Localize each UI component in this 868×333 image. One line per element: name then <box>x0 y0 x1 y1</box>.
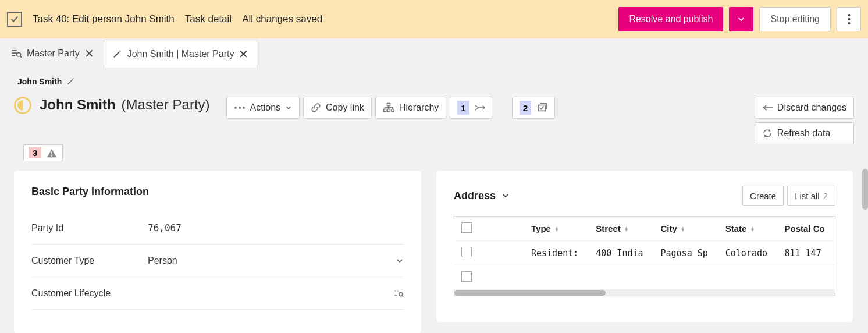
resolve-publish-dropdown[interactable] <box>729 7 753 31</box>
stop-editing-button[interactable]: Stop editing <box>759 7 831 31</box>
col-state[interactable]: State▲▼ <box>718 217 778 241</box>
search-list-icon <box>10 48 22 59</box>
table-row[interactable] <box>454 265 835 290</box>
party-status-icon <box>14 97 31 114</box>
list-all-label: List all <box>795 191 820 201</box>
col-type[interactable]: Type▲▼ <box>524 217 589 241</box>
kebab-icon <box>848 13 851 25</box>
more-menu-button[interactable] <box>837 7 861 31</box>
hierarchy-button[interactable]: Hierarchy <box>375 97 446 119</box>
field-value[interactable]: Person <box>148 256 396 266</box>
pencil-icon[interactable] <box>66 77 76 86</box>
dots-icon <box>234 106 246 109</box>
tab-john-smith[interactable]: John Smith | Master Party ✕ <box>104 40 258 68</box>
cell-postal: 811 147 <box>777 241 835 265</box>
warning-icon <box>46 148 58 158</box>
field-party-id: Party Id 76,067 <box>31 212 404 245</box>
svg-rect-24 <box>394 290 399 291</box>
merge-arrow-icon <box>474 104 485 112</box>
close-icon[interactable]: ✕ <box>84 48 94 59</box>
page-title: John Smith <box>40 97 116 112</box>
scrollbar-thumb[interactable] <box>454 290 606 296</box>
select-all-checkbox[interactable] <box>461 222 472 233</box>
close-icon[interactable]: ✕ <box>239 48 248 60</box>
table-row[interactable]: Resident: 400 India Pagosa Sp Colorado 8… <box>454 241 835 265</box>
svg-point-0 <box>848 14 850 16</box>
field-value[interactable]: 76,067 <box>148 222 404 233</box>
basic-info-panel: Basic Party Information Party Id 76,067 … <box>14 171 421 333</box>
svg-line-7 <box>20 56 22 58</box>
task-title: Task 40: Edit person John Smith <box>33 13 175 25</box>
page-header: John Smith (Master Party) Actions Copy l… <box>14 97 854 144</box>
svg-rect-25 <box>394 295 397 296</box>
address-table: Type▲▼ Street▲▼ City▲▼ State▲▼ Postal Co… <box>454 216 835 296</box>
address-buttons: Create List all 2 <box>742 186 835 206</box>
task-bar: Task 40: Edit person John Smith Task det… <box>0 0 868 38</box>
horizontal-scrollbar[interactable] <box>454 290 835 296</box>
cell-type: Resident: <box>524 241 589 265</box>
tab-label: John Smith | Master Party <box>127 49 234 59</box>
svg-point-6 <box>17 52 21 56</box>
badge-2-button[interactable]: 2 <box>512 97 555 119</box>
actions-label: Actions <box>250 102 280 113</box>
task-actions: Resolve and publish Stop editing <box>618 7 861 31</box>
toolbar: Actions Copy link <box>226 97 555 119</box>
breadcrumb-name: John Smith <box>17 77 62 86</box>
warning-row: 3 <box>23 144 854 161</box>
hierarchy-label: Hierarchy <box>399 102 439 113</box>
resolve-publish-button[interactable]: Resolve and publish <box>618 7 723 31</box>
dropdown-trigger[interactable] <box>396 257 404 265</box>
tab-label: Master Party <box>27 48 80 59</box>
discard-changes-button[interactable]: Discard changes <box>755 97 854 119</box>
col-city[interactable]: City▲▼ <box>654 217 718 241</box>
col-postal[interactable]: Postal Co <box>777 217 835 241</box>
chevron-down-icon <box>396 257 404 265</box>
lookup-trigger[interactable] <box>393 288 404 299</box>
chevron-down-icon <box>285 104 292 111</box>
chevron-down-icon[interactable] <box>501 192 510 200</box>
col-street[interactable]: Street▲▼ <box>589 217 653 241</box>
sort-icon: ▲▼ <box>750 227 755 232</box>
svg-rect-5 <box>12 55 16 56</box>
refresh-data-button[interactable]: Refresh data <box>755 122 854 144</box>
svg-point-9 <box>239 107 241 109</box>
cell-street: 400 India <box>589 241 653 265</box>
row-checkbox[interactable] <box>461 271 472 282</box>
svg-point-8 <box>234 107 237 109</box>
svg-rect-11 <box>387 104 390 106</box>
vertical-scrollbar[interactable] <box>862 169 868 210</box>
svg-rect-4 <box>12 52 17 54</box>
list-all-button[interactable]: List all 2 <box>787 186 835 206</box>
svg-rect-13 <box>387 109 390 112</box>
discard-label: Discard changes <box>777 102 846 113</box>
sort-icon: ▲▼ <box>681 227 685 232</box>
arrow-left-icon <box>762 104 773 112</box>
cell-state: Colorado <box>718 241 778 265</box>
field-customer-lifecycle: Customer Lifecycle <box>31 277 404 310</box>
panels: Basic Party Information Party Id 76,067 … <box>14 171 854 333</box>
badge-1-button[interactable]: 1 <box>450 97 492 119</box>
right-actions: Discard changes Refresh data <box>755 97 854 144</box>
address-header: Address Create List all 2 <box>454 186 835 206</box>
breadcrumb: John Smith <box>17 77 854 86</box>
copy-link-button[interactable]: Copy link <box>303 97 372 119</box>
page-subtitle: (Master Party) <box>122 97 210 112</box>
svg-point-1 <box>848 18 850 20</box>
actions-dropdown[interactable]: Actions <box>226 97 300 119</box>
create-button[interactable]: Create <box>742 186 784 206</box>
field-customer-type: Customer Type Person <box>31 245 404 277</box>
tab-master-party[interactable]: Master Party ✕ <box>2 40 102 68</box>
svg-point-2 <box>848 22 850 24</box>
task-detail-link[interactable]: Task detail <box>185 13 232 25</box>
svg-rect-14 <box>392 109 394 112</box>
svg-rect-12 <box>384 109 386 112</box>
sort-icon: ▲▼ <box>554 227 559 232</box>
row-checkbox[interactable] <box>461 247 472 257</box>
copy-link-label: Copy link <box>326 102 364 113</box>
address-title: Address <box>454 190 496 202</box>
svg-rect-23 <box>52 155 53 157</box>
task-checkbox[interactable] <box>7 12 22 27</box>
cell-city: Pagosa Sp <box>654 241 718 265</box>
warning-badge[interactable]: 3 <box>23 144 63 161</box>
svg-rect-3 <box>12 50 17 51</box>
